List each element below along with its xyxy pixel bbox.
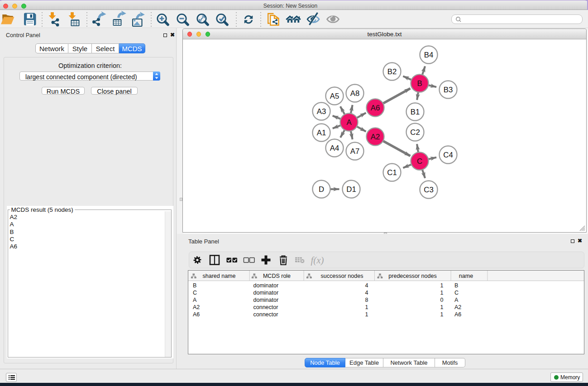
svg-text:successor nodes: successor nodes (320, 273, 363, 279)
svg-text:predecessor nodes: predecessor nodes (388, 273, 436, 279)
svg-text:A6: A6 (371, 104, 380, 112)
svg-text:f(x): f(x) (311, 255, 324, 266)
svg-text:B3: B3 (444, 86, 453, 94)
svg-text:C2: C2 (410, 128, 420, 137)
svg-text:C1: C1 (387, 168, 397, 177)
svg-text:A3: A3 (317, 107, 326, 116)
svg-text:shared name: shared name (202, 273, 235, 279)
svg-text:A8: A8 (350, 89, 360, 98)
svg-text:A4: A4 (330, 144, 339, 152)
svg-text:A1: A1 (317, 129, 326, 137)
svg-text:B4: B4 (424, 51, 434, 59)
svg-text:A7: A7 (350, 147, 360, 156)
svg-text:name: name (459, 273, 473, 279)
svg-text:A5: A5 (330, 92, 339, 100)
svg-text:D: D (319, 185, 324, 194)
svg-text:C4: C4 (443, 151, 453, 159)
svg-text:MCDS role: MCDS role (263, 273, 290, 279)
svg-text:A2: A2 (371, 133, 380, 141)
svg-text:A: A (346, 118, 352, 127)
svg-text:B1: B1 (411, 108, 420, 116)
svg-text:B: B (417, 79, 422, 88)
svg-text:B2: B2 (387, 67, 397, 76)
svg-text:C: C (417, 157, 422, 166)
svg-text:D1: D1 (346, 185, 356, 194)
svg-text:C3: C3 (424, 186, 433, 194)
